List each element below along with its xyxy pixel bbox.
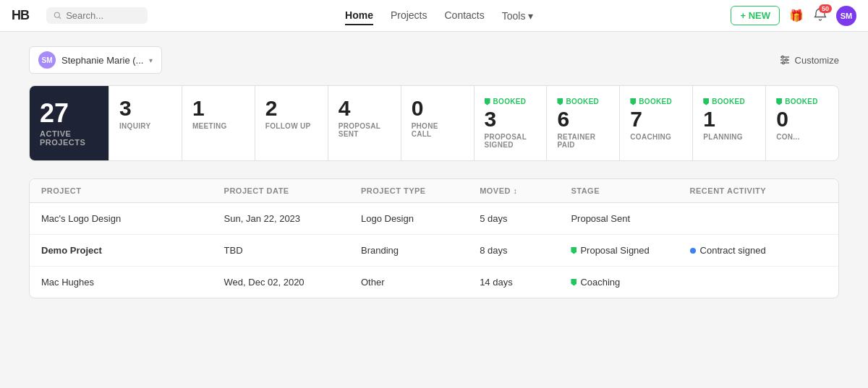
stat-planning[interactable]: BOOKED 1 PLANNING <box>693 86 766 160</box>
chevron-down-icon: ▾ <box>528 10 533 22</box>
activity-dot-icon <box>690 248 696 254</box>
col-project: PROJECT <box>41 186 224 195</box>
coaching-label: COACHING <box>630 133 682 141</box>
svg-line-1 <box>59 17 61 19</box>
retainer-paid-label: RETAINERPAID <box>557 133 609 149</box>
notifications-button[interactable]: 50 <box>813 7 827 24</box>
project-moved: 5 days <box>480 213 571 224</box>
table-row[interactable]: Demo Project TBD Branding 8 days Proposa… <box>30 235 838 267</box>
search-icon <box>54 11 61 20</box>
col-date: PROJECT DATE <box>224 186 361 195</box>
svg-point-6 <box>785 59 787 61</box>
booked-flag-icon <box>485 98 490 105</box>
customize-button[interactable]: Customize <box>779 54 839 66</box>
stat-active-projects[interactable]: 27 ACTIVEPROJECTS <box>30 86 109 160</box>
phone-call-number: 0 <box>412 98 464 119</box>
project-moved: 8 days <box>480 245 571 256</box>
col-type: PROJECT TYPE <box>361 186 480 195</box>
contract-label: CON... <box>776 133 828 141</box>
booked-flag-icon-2 <box>557 98 563 105</box>
new-button[interactable]: + NEW <box>731 6 780 25</box>
col-moved: MOVED ↕ <box>480 186 571 195</box>
phone-call-label: PHONECALL <box>412 122 464 138</box>
nav-links: Home Projects Contacts Tools ▾ <box>165 7 713 25</box>
gift-icon[interactable]: 🎁 <box>788 8 804 24</box>
booked-label-contract: BOOKED <box>776 98 828 105</box>
project-stage: Proposal Signed <box>571 245 689 256</box>
project-type: Branding <box>361 245 480 256</box>
sliders-icon <box>779 54 791 66</box>
project-date: Sun, Jan 22, 2023 <box>224 213 361 224</box>
booked-label-coaching: BOOKED <box>630 98 682 105</box>
project-moved: 14 days <box>480 277 571 288</box>
inquiry-number: 3 <box>119 98 171 119</box>
project-type: Logo Design <box>361 213 480 224</box>
svg-point-5 <box>781 56 783 59</box>
table-row[interactable]: Mac Hughes Wed, Dec 02, 2020 Other 14 da… <box>30 267 838 298</box>
stat-phone-call[interactable]: 0 PHONECALL <box>401 86 475 160</box>
nav-contacts[interactable]: Contacts <box>445 7 485 25</box>
planning-number: 1 <box>703 108 755 130</box>
nav-projects[interactable]: Projects <box>391 7 427 25</box>
user-name: Stephanie Marie (... <box>61 55 143 66</box>
booked-flag-icon-5 <box>776 98 782 105</box>
booked-label-retainer: BOOKED <box>557 98 609 105</box>
planning-label: PLANNING <box>703 133 755 141</box>
stage-flag-icon <box>571 247 576 254</box>
proposal-sent-label: PROPOSALSENT <box>339 122 391 138</box>
stat-inquiry[interactable]: 3 INQUIRY <box>109 86 182 160</box>
stat-meeting[interactable]: 1 MEETING <box>182 86 255 160</box>
active-projects-label: ACTIVEPROJECTS <box>40 129 98 147</box>
coaching-number: 7 <box>630 108 682 130</box>
table-header: PROJECT PROJECT DATE PROJECT TYPE MOVED … <box>30 179 838 203</box>
user-avatar: SM <box>38 51 56 69</box>
stat-retainer-paid[interactable]: BOOKED 6 RETAINERPAID <box>547 86 620 160</box>
avatar[interactable]: SM <box>836 6 856 26</box>
search-input[interactable] <box>66 10 140 21</box>
dropdown-chevron-icon: ▾ <box>149 56 153 64</box>
inquiry-label: INQUIRY <box>119 122 171 130</box>
nav-home[interactable]: Home <box>345 7 373 25</box>
stage-flag-icon <box>571 279 576 286</box>
meeting-number: 1 <box>192 98 244 119</box>
col-activity: RECENT ACTIVITY <box>690 186 827 195</box>
project-activity: Contract signed <box>690 245 827 256</box>
follow-up-number: 2 <box>265 98 318 119</box>
project-type: Other <box>361 277 480 288</box>
main-content: SM Stephanie Marie (... ▾ Customize 27 A… <box>0 32 868 313</box>
booked-label-proposal: BOOKED <box>485 98 537 105</box>
stat-follow-up[interactable]: 2 FOLLOW UP <box>255 86 328 160</box>
proposal-signed-label: PROPOSALSIGNED <box>485 133 537 149</box>
contract-number: 0 <box>776 108 828 130</box>
user-selector[interactable]: SM Stephanie Marie (... ▾ <box>29 46 162 74</box>
project-stage: Proposal Sent <box>571 213 689 224</box>
search-bar[interactable] <box>46 7 148 24</box>
retainer-paid-number: 6 <box>557 108 609 130</box>
proposal-sent-number: 4 <box>339 98 391 119</box>
svg-point-7 <box>782 62 784 64</box>
navbar-right: + NEW 🎁 50 SM <box>731 6 856 26</box>
project-name: Mac's Logo Design <box>41 213 224 224</box>
navbar: HB Home Projects Contacts Tools ▾ + NEW … <box>0 0 868 32</box>
nav-tools[interactable]: Tools ▾ <box>502 7 534 25</box>
project-date: Wed, Dec 02, 2020 <box>224 277 361 288</box>
booked-flag-icon-4 <box>703 98 709 105</box>
sort-arrows-icon: ↕ <box>514 186 518 195</box>
project-stage: Coaching <box>571 277 689 288</box>
booked-label-planning: BOOKED <box>703 98 755 105</box>
logo: HB <box>12 8 29 23</box>
stat-proposal-signed[interactable]: BOOKED 3 PROPOSALSIGNED <box>475 86 548 160</box>
project-date: TBD <box>224 245 361 256</box>
booked-flag-icon-3 <box>630 98 636 105</box>
header-row: SM Stephanie Marie (... ▾ Customize <box>29 46 839 74</box>
stat-proposal-sent[interactable]: 4 PROPOSALSENT <box>328 86 401 160</box>
project-name: Demo Project <box>41 245 224 256</box>
customize-label: Customize <box>795 55 839 66</box>
notification-badge: 50 <box>819 4 832 13</box>
table-row[interactable]: Mac's Logo Design Sun, Jan 22, 2023 Logo… <box>30 203 838 235</box>
stat-coaching[interactable]: BOOKED 7 COACHING <box>620 86 693 160</box>
stats-row: 27 ACTIVEPROJECTS 3 INQUIRY 1 MEETING 2 … <box>29 85 839 161</box>
projects-table: PROJECT PROJECT DATE PROJECT TYPE MOVED … <box>29 178 839 298</box>
stat-contract[interactable]: BOOKED 0 CON... <box>766 86 838 160</box>
proposal-signed-number: 3 <box>485 108 537 130</box>
